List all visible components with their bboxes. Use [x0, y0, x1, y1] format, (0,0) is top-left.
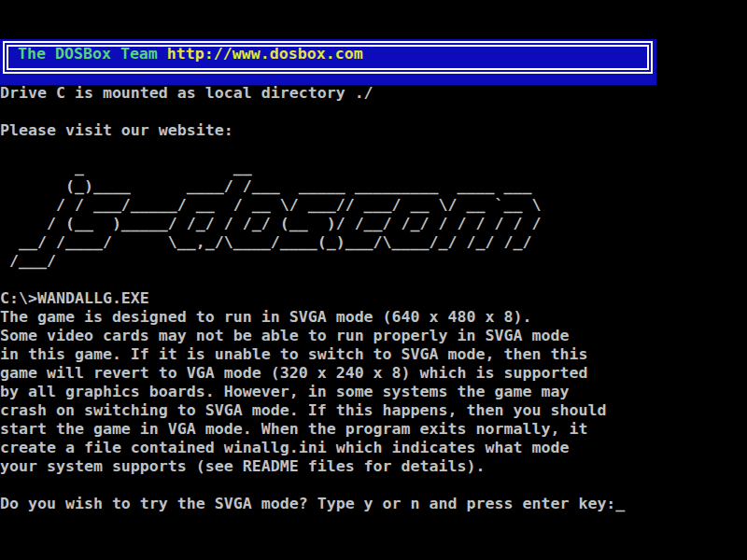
- game-message-line: crash on switching to SVGA mode. If this…: [0, 401, 747, 420]
- ascii-logo-line: / (__ )_____/ /_/ / /_/ (__ )/ /__/ /_/ …: [0, 215, 747, 233]
- blank-line: [0, 476, 747, 495]
- website-message: Please visit our website:: [0, 121, 747, 140]
- ascii-logo-line: (_)____ ____/ /___ _____ _________ ____ …: [0, 177, 747, 196]
- dosbox-screen[interactable]: The DOSBox Team http://www.dosbox.com Dr…: [0, 0, 747, 560]
- ascii-logo-line: /___/: [0, 252, 747, 271]
- blank-line: [0, 140, 747, 159]
- mount-message: Drive C is mounted as local directory ./: [0, 84, 747, 103]
- game-message-line: start the game in VGA mode. When the pro…: [0, 420, 747, 439]
- game-message-line: The game is designed to run in SVGA mode…: [0, 308, 747, 327]
- dosbox-welcome-box: The DOSBox Team http://www.dosbox.com: [0, 39, 656, 85]
- blank-line: [0, 103, 747, 121]
- game-message-line: your system supports (see README files f…: [0, 457, 747, 476]
- game-message-line: Some video cards may not be able to run …: [0, 327, 747, 345]
- svga-question-line[interactable]: Do you wish to try the SVGA mode? Type y…: [0, 495, 747, 513]
- welcome-box-text: The DOSBox Team http://www.dosbox.com: [18, 45, 363, 63]
- svga-question-text: Do you wish to try the SVGA mode? Type y…: [0, 495, 615, 512]
- ascii-logo-line: _ __: [0, 159, 747, 177]
- dosbox-url: http://www.dosbox.com: [167, 45, 363, 63]
- ascii-logo-line: __/ /____/ \__,_/\____/____(_)___/\____/…: [0, 233, 747, 252]
- ascii-logo-line: / / ___/_____/ __ / __ \/ ___// ___/ __ …: [0, 196, 747, 215]
- dosbox-team-label: The DOSBox Team: [18, 45, 167, 63]
- game-message-line: by all graphics boards. However, in some…: [0, 383, 747, 401]
- game-message-line: in this game. If it is unable to switch …: [0, 345, 747, 364]
- blank-line: [0, 271, 747, 289]
- terminal-output: Drive C is mounted as local directory ./…: [0, 84, 747, 513]
- text-cursor: _: [615, 495, 625, 512]
- command-prompt-line: C:\>WANDALLG.EXE: [0, 289, 747, 308]
- game-message-line: game will revert to VGA mode (320 x 240 …: [0, 364, 747, 383]
- game-message-line: create a file contained winallg.ini whic…: [0, 439, 747, 457]
